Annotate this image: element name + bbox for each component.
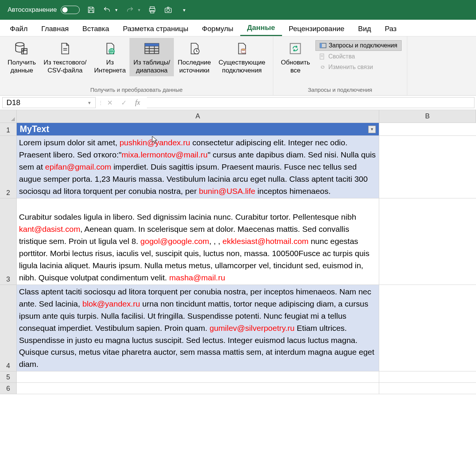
select-all-corner[interactable] <box>0 110 17 123</box>
links-icon <box>319 64 326 71</box>
row-header-2[interactable]: 2 <box>0 136 17 198</box>
row-header-3[interactable]: 3 <box>0 198 17 285</box>
table-icon <box>144 41 159 56</box>
clock-file-icon <box>187 41 202 56</box>
tab-developer[interactable]: Раз <box>378 21 403 36</box>
row-header-1[interactable]: 1 <box>0 123 17 136</box>
camera-icon[interactable] <box>164 5 173 14</box>
from-csv-label: Из текстового/ CSV-файла <box>44 58 87 75</box>
toggle-switch[interactable] <box>61 6 80 14</box>
queries-connections-button[interactable]: Запросы и подключения <box>315 40 402 51</box>
col-header-A[interactable]: A <box>17 110 379 123</box>
refresh-icon <box>288 41 303 56</box>
group2-label: Запросы и подключения <box>308 85 372 94</box>
tab-home[interactable]: Главная <box>35 21 76 36</box>
from-table-label: Из таблицы/ диапазона <box>133 58 170 75</box>
cell-B2[interactable] <box>379 136 476 198</box>
grid-rows: 1 MyText ▼ 2 Lorem ipsum dolor sit amet,… <box>0 123 476 394</box>
email-link: masha@mail.ru <box>169 273 225 282</box>
email-link: kant@dasist.com <box>19 225 80 233</box>
globe-file-icon <box>102 41 118 56</box>
from-web-button[interactable]: Из Интернета <box>90 38 129 76</box>
cell-B5[interactable] <box>379 371 476 383</box>
svg-point-4 <box>167 9 170 11</box>
autosave-label: Автосохранение <box>8 6 57 14</box>
column-header-row: A B <box>0 110 476 123</box>
redo-icon[interactable] <box>125 5 134 14</box>
refresh-all-button[interactable]: Обновить все <box>277 38 314 76</box>
get-data-button[interactable]: Получить данные <box>4 38 40 76</box>
svg-point-20 <box>241 49 246 50</box>
from-csv-button[interactable]: Из текстового/ CSV-файла <box>40 38 90 76</box>
cell-A5[interactable] <box>17 371 379 383</box>
redo-dropdown[interactable]: ▼ <box>137 8 141 12</box>
existing-connections-label: Существующие подключения <box>219 58 265 75</box>
row-header-6[interactable]: 6 <box>0 383 17 394</box>
name-box-dropdown-icon[interactable]: ▼ <box>87 101 91 105</box>
email-link: gumilev@silverpoetry.ru <box>210 324 295 332</box>
row-header-5[interactable]: 5 <box>0 371 17 383</box>
tab-view[interactable]: Вид <box>351 21 378 36</box>
svg-rect-2 <box>151 11 154 13</box>
group1-label: Получить и преобразовать данные <box>90 85 183 94</box>
svg-rect-18 <box>145 44 159 46</box>
svg-rect-23 <box>320 43 322 48</box>
tab-file[interactable]: Файл <box>3 21 35 36</box>
name-box-value: D18 <box>6 98 20 107</box>
ribbon-group-get-transform: Получить данные Из текстового/ CSV-файла… <box>0 36 273 95</box>
save-icon[interactable] <box>87 5 96 14</box>
cell-A4[interactable]: Class aptent taciti sociosqu ad litora t… <box>17 285 379 371</box>
properties-label: Свойства <box>328 53 355 60</box>
row-header-4[interactable]: 4 <box>0 285 17 371</box>
tab-data[interactable]: Данные <box>240 20 282 36</box>
cell-B4[interactable] <box>379 285 476 371</box>
email-link: blok@yandex.ru <box>82 299 140 308</box>
formula-input[interactable] <box>147 97 474 108</box>
cylinder-file-icon <box>234 41 249 56</box>
name-box[interactable]: D18 ▼ <box>2 97 96 108</box>
ribbon-group-queries: Обновить все Запросы и подключения Свойс… <box>273 36 407 95</box>
tab-formulas[interactable]: Формулы <box>195 21 240 36</box>
edit-links-button: Изменить связи <box>315 62 402 72</box>
ribbon-tabs: Файл Главная Вставка Разметка страницы Ф… <box>0 20 476 36</box>
existing-connections-button[interactable]: Существующие подключения <box>215 38 269 76</box>
cell-B1[interactable] <box>379 123 476 136</box>
email-link: ekklesiast@hotmail.com <box>222 237 309 245</box>
from-web-label: Из Интернета <box>94 58 126 75</box>
queries-label: Запросы и подключения <box>329 42 397 49</box>
fx-icon[interactable]: fx <box>135 99 140 107</box>
from-table-button[interactable]: Из таблицы/ диапазона <box>129 38 174 76</box>
recent-sources-button[interactable]: Последние источники <box>174 38 214 76</box>
database-icon <box>14 41 29 56</box>
table-header-label: MyText <box>20 123 49 136</box>
ribbon: Получить данные Из текстового/ CSV-файла… <box>0 36 476 96</box>
get-data-label: Получить данные <box>8 58 36 75</box>
autosave-toggle[interactable]: Автосохранение <box>8 6 80 14</box>
tab-review[interactable]: Рецензирование <box>282 21 351 36</box>
email-link: epifan@gmail.com <box>45 162 111 171</box>
cell-B3[interactable] <box>379 198 476 285</box>
recent-sources-label: Последние источники <box>178 58 211 75</box>
print-icon[interactable] <box>148 5 157 14</box>
cell-B6[interactable] <box>379 383 476 394</box>
cell-A3[interactable]: Curabitur sodales ligula in libero. Sed … <box>17 198 379 285</box>
enter-icon: ✓ <box>121 99 127 107</box>
properties-icon <box>319 53 326 60</box>
email-link: gogol@google.com <box>140 237 209 245</box>
tab-insert[interactable]: Вставка <box>76 21 116 36</box>
svg-point-5 <box>16 42 24 46</box>
filter-dropdown-icon[interactable]: ▼ <box>368 126 376 133</box>
edit-links-label: Изменить связи <box>328 64 373 71</box>
customize-qat-icon[interactable]: ▾ <box>180 5 189 14</box>
tab-page-layout[interactable]: Разметка страницы <box>116 21 195 36</box>
email-link: pushkin@yandex.ru <box>120 138 190 147</box>
formula-bar: D18 ▼ ⋮ ✕ ✓ fx <box>0 96 476 110</box>
cancel-icon: ✕ <box>107 99 113 107</box>
col-header-B[interactable]: B <box>379 110 476 123</box>
undo-icon[interactable] <box>102 5 112 14</box>
table-header-cell[interactable]: MyText ▼ <box>17 123 379 136</box>
undo-dropdown[interactable]: ▼ <box>115 8 118 12</box>
cell-A2[interactable]: Lorem ipsum dolor sit amet, pushkin@yand… <box>17 136 379 198</box>
file-text-icon <box>57 41 73 56</box>
cell-A6[interactable] <box>17 383 379 394</box>
